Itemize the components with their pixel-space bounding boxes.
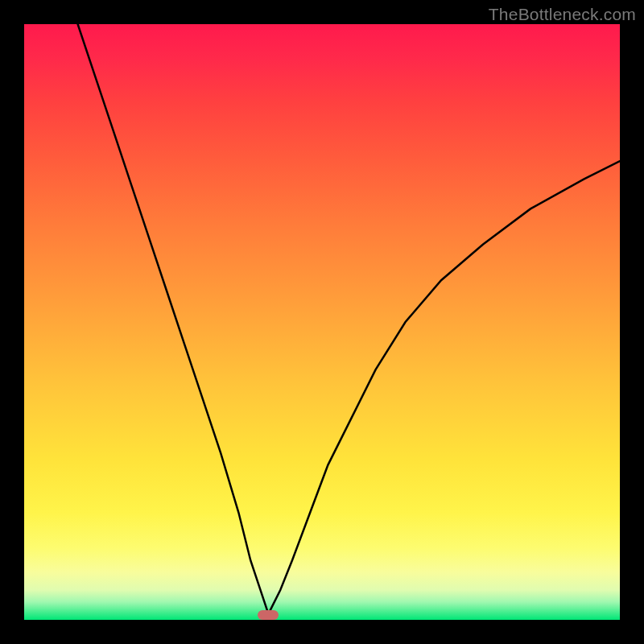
watermark-text: TheBottleneck.com xyxy=(489,5,636,24)
optimum-marker xyxy=(258,610,279,620)
right-branch-curve xyxy=(268,161,620,613)
left-branch-curve xyxy=(78,24,269,614)
chart-area xyxy=(24,24,620,620)
curve-svg xyxy=(24,24,620,620)
